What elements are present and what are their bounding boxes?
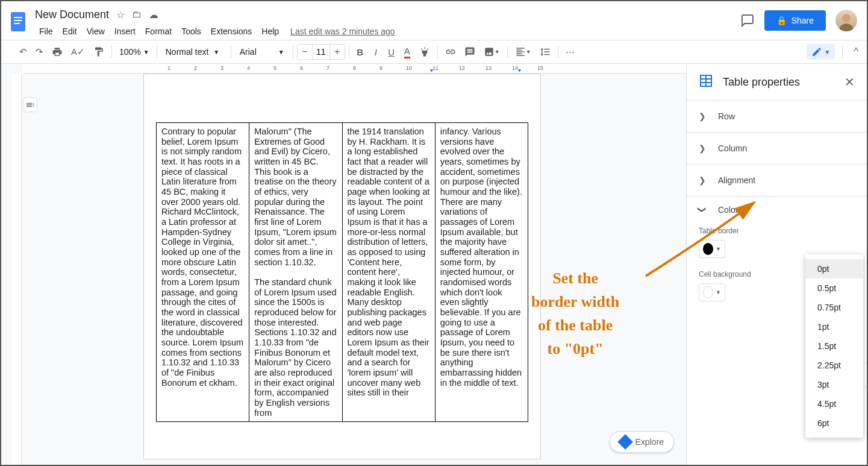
star-icon[interactable]: ☆: [116, 9, 125, 20]
font-size-value[interactable]: 11: [312, 45, 330, 59]
svg-point-4: [842, 14, 851, 22]
explore-button[interactable]: Explore: [610, 431, 674, 453]
border-width-option-45pt[interactable]: 4.5pt: [805, 394, 863, 414]
ruler-mark: 11: [432, 65, 439, 71]
move-icon[interactable]: 🗀: [132, 9, 142, 20]
highlight-button[interactable]: [416, 43, 434, 61]
border-width-option-3pt[interactable]: 3pt: [805, 375, 863, 394]
table-row[interactable]: Contrary to popular belief, Lorem Ipsum …: [157, 123, 528, 422]
svg-rect-0: [11, 12, 25, 31]
more-button[interactable]: ⋯: [562, 43, 578, 61]
table-cell[interactable]: the 1914 translation by H. Rackham. It i…: [342, 123, 435, 422]
bold-button[interactable]: B: [353, 43, 367, 61]
hide-menus-button[interactable]: ^: [850, 43, 862, 61]
editing-mode-button[interactable]: ▼: [807, 44, 835, 60]
table-cell[interactable]: Malorum" (The Extremes of Good and Evil)…: [249, 123, 342, 422]
text: Malorum" (The Extremes of Good and Evil)…: [254, 127, 337, 267]
table-cell[interactable]: infancy. Various versions have evolved o…: [435, 123, 528, 422]
color-circle-white: [703, 286, 713, 298]
insert-link-button[interactable]: [442, 43, 460, 61]
menu-edit[interactable]: Edit: [58, 24, 81, 39]
table-border-label: Table border: [699, 227, 855, 235]
border-width-option-15pt[interactable]: 1.5pt: [805, 336, 863, 356]
close-panel-button[interactable]: ✕: [845, 75, 855, 89]
line-spacing-button[interactable]: [536, 43, 554, 61]
document-editor: 1 2 3 4 5 6 7 8 9 10 11 12 13 14 15 ▾ ▾: [1, 64, 686, 465]
text-color-button[interactable]: A: [400, 42, 414, 62]
ruler-mark: 8: [353, 65, 356, 71]
chevron-down-icon: ❯: [698, 206, 707, 213]
font-size-stepper: − 11 +: [297, 44, 345, 60]
document-page[interactable]: Contrary to popular belief, Lorem Ipsum …: [143, 74, 541, 459]
insert-comment-button[interactable]: [461, 43, 479, 61]
font-size-decrease[interactable]: −: [298, 45, 312, 59]
print-button[interactable]: [48, 43, 66, 61]
border-width-option-0pt[interactable]: 0pt: [805, 259, 863, 279]
italic-button[interactable]: I: [369, 43, 383, 61]
font-value: Arial: [240, 47, 257, 57]
menu-extensions[interactable]: Extensions: [207, 24, 256, 39]
color-circle-black: [703, 243, 713, 255]
section-row[interactable]: ❯ Row: [687, 100, 867, 132]
outline-toggle-button[interactable]: [23, 98, 37, 112]
vertical-ruler[interactable]: [12, 74, 22, 465]
border-width-option-225pt[interactable]: 2.25pt: [805, 356, 863, 375]
cloud-status-icon[interactable]: ☁: [149, 9, 158, 20]
border-width-dropdown: 0pt 0.5pt 0.75pt 1pt 1.5pt 2.25pt 3pt 4.…: [805, 254, 863, 438]
align-button[interactable]: ▼: [511, 43, 535, 61]
ruler-mark: 1: [167, 65, 170, 71]
insert-image-button[interactable]: ▼: [480, 43, 504, 61]
redo-button[interactable]: ↷: [32, 43, 47, 61]
border-width-option-05pt[interactable]: 0.5pt: [805, 279, 863, 298]
dropdown-arrow-icon: ▼: [716, 246, 721, 252]
ruler-mark: 2: [194, 65, 197, 71]
font-select[interactable]: Arial▼: [235, 47, 289, 57]
chevron-right-icon: ❯: [699, 175, 706, 185]
paint-format-button[interactable]: [90, 43, 108, 61]
border-width-option-075pt[interactable]: 0.75pt: [805, 298, 863, 317]
zoom-value: 100%: [119, 47, 141, 57]
toolbar: ↶ ↷ A✓ 100%▼ Normal text▼ Arial▼ − 11 + …: [1, 40, 867, 64]
menu-insert[interactable]: Insert: [110, 24, 140, 39]
last-edit-link[interactable]: Last edit was 2 minutes ago: [290, 27, 395, 36]
comments-icon[interactable]: [740, 13, 755, 28]
share-label: Share: [792, 16, 814, 25]
font-size-increase[interactable]: +: [330, 45, 345, 59]
spellcheck-button[interactable]: A✓: [67, 43, 89, 61]
table-cell[interactable]: Contrary to popular belief, Lorem Ipsum …: [157, 123, 249, 422]
indent-right-icon[interactable]: ▾: [518, 67, 521, 74]
lock-icon: 🔒: [776, 16, 787, 25]
horizontal-ruler[interactable]: 1 2 3 4 5 6 7 8 9 10 11 12 13 14 15 ▾ ▾: [23, 64, 686, 74]
menu-file[interactable]: File: [35, 24, 57, 39]
zoom-select[interactable]: 100%▼: [116, 47, 153, 57]
explore-label: Explore: [635, 437, 664, 447]
cell-bg-swatch[interactable]: ▼: [699, 283, 725, 301]
menu-tools[interactable]: Tools: [177, 24, 205, 39]
dropdown-arrow-icon: ▼: [716, 289, 721, 295]
menu-view[interactable]: View: [83, 24, 109, 39]
chevron-right-icon: ❯: [699, 112, 706, 121]
svg-rect-1: [14, 17, 22, 18]
undo-button[interactable]: ↶: [16, 43, 31, 61]
border-width-option-1pt[interactable]: 1pt: [805, 317, 863, 336]
section-label: Column: [718, 143, 747, 153]
share-button[interactable]: 🔒 Share: [764, 10, 826, 31]
border-width-option-6pt[interactable]: 6pt: [805, 414, 863, 433]
account-avatar[interactable]: [835, 10, 857, 31]
ruler-mark: 12: [459, 65, 465, 71]
explore-icon: [617, 434, 632, 449]
document-table[interactable]: Contrary to popular belief, Lorem Ipsum …: [156, 122, 528, 422]
document-title[interactable]: New Document: [35, 8, 109, 21]
underline-button[interactable]: U: [384, 43, 399, 61]
border-color-swatch[interactable]: ▼: [699, 240, 725, 258]
docs-logo[interactable]: [6, 10, 30, 34]
section-label: Color: [718, 205, 738, 215]
ruler-mark: 6: [300, 65, 303, 71]
section-alignment[interactable]: ❯ Alignment: [687, 164, 867, 196]
menu-format[interactable]: Format: [141, 24, 176, 39]
indent-left-icon[interactable]: ▾: [430, 67, 433, 74]
paragraph-style-select[interactable]: Normal text▼: [161, 47, 227, 57]
menu-help[interactable]: Help: [257, 24, 283, 39]
section-color[interactable]: ❯ Color: [699, 205, 855, 215]
section-column[interactable]: ❯ Column: [687, 132, 867, 164]
